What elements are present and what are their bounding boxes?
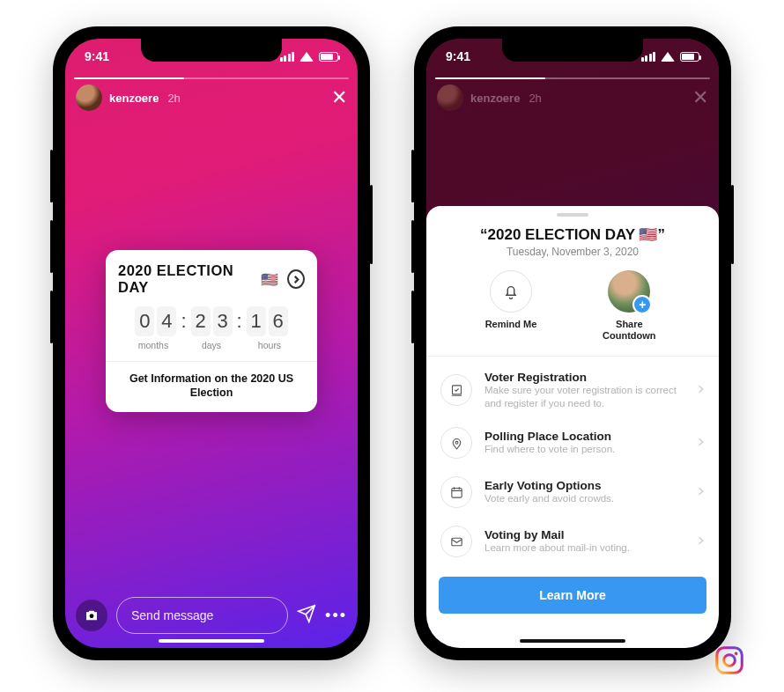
info-list: Voter Registration Make sure your voter …: [426, 357, 719, 570]
camera-button[interactable]: [76, 600, 107, 631]
chevron-right-icon: [698, 382, 705, 398]
mail-icon: [440, 526, 472, 557]
notch: [141, 39, 282, 62]
expand-icon[interactable]: [287, 269, 305, 289]
battery-icon: [680, 52, 699, 62]
countdown-digits: 0 4 : 2 3 : 1 6: [118, 306, 305, 336]
story-age: 2h: [167, 92, 180, 105]
unit-hours: hours: [243, 340, 296, 350]
sheet-title: “2020 ELECTION DAY 🇺🇸”: [426, 225, 719, 244]
grabber[interactable]: [557, 213, 588, 217]
ballot-icon: [440, 374, 472, 406]
wifi-icon: [300, 52, 314, 62]
story-header: kenzoere 2h ✕: [76, 85, 347, 111]
row-voter-registration[interactable]: Voter Registration Make sure your voter …: [426, 362, 719, 418]
svg-rect-3: [451, 488, 461, 497]
svg-rect-4: [451, 538, 461, 546]
unit-days: days: [185, 340, 238, 350]
row-vote-by-mail[interactable]: Voting by Mail Learn more about mail-in …: [426, 517, 719, 566]
story-footer: Send message •••: [76, 597, 347, 634]
more-icon[interactable]: •••: [325, 607, 347, 625]
calendar-icon: [440, 476, 472, 508]
close-icon[interactable]: ✕: [331, 88, 347, 107]
story-progress-bar[interactable]: [74, 77, 349, 79]
countdown-sticker[interactable]: 2020 ELECTION DAY 🇺🇸 0 4 : 2 3 : 1: [106, 250, 317, 412]
author-avatar[interactable]: [76, 85, 102, 111]
status-time: 9:41: [446, 49, 470, 63]
phone-right: 9:41 kenzoere 2h ✕ “2020 ELECTION DAY 🇺🇸…: [414, 26, 731, 660]
unit-months: months: [127, 340, 180, 350]
flag-icon: 🇺🇸: [261, 271, 278, 288]
author-username[interactable]: kenzoere: [109, 92, 159, 105]
author-username: kenzoere: [470, 92, 520, 105]
pin-icon: [440, 427, 472, 459]
close-icon[interactable]: ✕: [692, 88, 708, 107]
phone-left: 9:41 kenzoere 2h ✕ 2020 ELECTION DAY: [53, 26, 370, 660]
svg-point-0: [90, 614, 94, 618]
svg-point-6: [724, 655, 736, 666]
battery-icon: [319, 52, 338, 62]
svg-rect-5: [717, 648, 743, 674]
chevron-right-icon: [698, 484, 705, 500]
share-countdown-button[interactable]: Share Countdown: [598, 270, 660, 342]
home-indicator[interactable]: [159, 639, 264, 643]
countdown-title: 2020 ELECTION DAY: [118, 262, 252, 296]
status-time: 9:41: [85, 49, 109, 63]
remind-me-button[interactable]: Remind Me: [485, 270, 537, 342]
cellular-icon: [280, 52, 295, 62]
bottom-sheet: “2020 ELECTION DAY 🇺🇸” Tuesday, November…: [426, 206, 719, 648]
story-age: 2h: [529, 92, 541, 105]
bell-icon: [490, 270, 532, 313]
story-header: kenzoere 2h ✕: [437, 85, 708, 111]
chevron-right-icon: [698, 534, 705, 549]
row-early-voting[interactable]: Early Voting Options Vote early and avoi…: [426, 467, 719, 517]
home-indicator[interactable]: [520, 639, 625, 643]
wifi-icon: [661, 52, 675, 62]
svg-point-2: [455, 441, 458, 444]
row-polling-place[interactable]: Polling Place Location Find where to vot…: [426, 418, 719, 467]
sheet-date: Tuesday, November 3, 2020: [426, 246, 719, 258]
instagram-logo: [714, 644, 745, 676]
story-progress-bar: [435, 77, 710, 79]
reply-input[interactable]: Send message: [116, 597, 288, 634]
author-avatar: [437, 85, 463, 111]
cellular-icon: [641, 52, 656, 62]
countdown-cta[interactable]: Get Information on the 2020 US Election: [106, 361, 317, 412]
notch: [502, 39, 643, 62]
share-avatar: [608, 270, 650, 313]
chevron-right-icon: [698, 435, 705, 451]
send-icon[interactable]: [297, 604, 316, 627]
learn-more-button[interactable]: Learn More: [439, 577, 706, 614]
svg-point-7: [735, 652, 738, 656]
